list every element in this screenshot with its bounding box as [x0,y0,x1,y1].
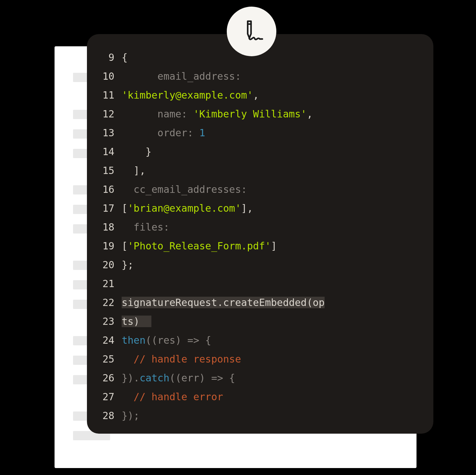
line-content: ['Photo_Release_Form.pdf'] [122,237,433,255]
code-line: 11'kimberly@example.com', [87,86,433,105]
line-number: 9 [87,48,122,67]
line-content: signatureRequest.createEmbedded(op [122,293,433,312]
code-line: 21 [87,274,433,293]
code-line: 12 name: 'Kimberly Williams', [87,105,433,123]
code-line: 27 // handle error [87,387,433,406]
line-content: }).catch((err) => { [122,368,433,387]
line-number: 14 [87,142,122,161]
line-number: 16 [87,180,122,199]
code-token: cc_email_addresses: [122,184,247,195]
line-number: 28 [87,406,122,425]
line-number: 11 [87,86,122,105]
line-content: then((res) => { [122,331,433,350]
line-content: } [122,142,433,161]
code-panel: 9{10 email_address: 11'kimberly@example.… [87,34,433,434]
code-line: 28}); [87,406,433,425]
line-content: ts)). [122,312,433,331]
line-content: cc_email_addresses: [122,180,433,199]
line-content: }); [122,406,433,425]
code-token: catch [139,372,169,384]
code-token [122,278,128,289]
code-line: 20}; [87,255,433,274]
code-token: then [122,334,145,346]
line-content: ['brian@example.com'], [122,199,433,218]
line-content: // handle response [122,350,433,368]
code-line: 16 cc_email_addresses: [87,180,433,199]
code-line: 18 files: [87,218,433,237]
line-number: 20 [87,255,122,274]
code-token: ). [139,316,151,327]
code-area: 9{10 email_address: 11'kimberly@example.… [87,48,433,425]
code-line: 19['Photo_Release_Form.pdf'] [87,237,433,255]
line-number: 27 [87,387,122,406]
code-line: 22signatureRequest.createEmbedded(op [87,293,433,312]
code-line: 25 // handle response [87,350,433,368]
code-line: 10 email_address: [87,67,433,86]
code-token: ], [241,202,253,214]
line-number: 26 [87,368,122,387]
code-token: 'Kimberly Williams' [193,108,307,120]
sign-badge [227,7,276,56]
line-number: 23 [87,312,122,331]
line-number: 24 [87,331,122,350]
line-number: 13 [87,123,122,142]
code-token: [ [122,240,128,252]
code-line: 26}).catch((err) => { [87,368,433,387]
line-content: order: 1 [122,123,433,142]
code-line: 13 order: 1 [87,123,433,142]
code-token: // handle error [122,391,223,403]
code-token: , [307,108,313,120]
code-line: 23ts)). [87,312,433,331]
code-token: ts) [122,316,139,327]
code-line: 24then((res) => { [87,331,433,350]
code-token: order: [122,127,199,139]
line-content: files: [122,218,433,237]
code-token: }). [122,372,139,384]
line-number: 12 [87,105,122,123]
code-token: 1 [199,127,205,139]
line-number: 15 [87,161,122,180]
code-line: 14 } [87,142,433,161]
code-token: email_address: [122,70,247,82]
line-content: { [122,48,433,67]
code-line: 17['brian@example.com'], [87,199,433,218]
line-number: 10 [87,67,122,86]
line-number: 18 [87,218,122,237]
line-number: 19 [87,237,122,255]
code-token: name: [122,108,193,120]
code-token: { [122,52,128,63]
code-token: 'kimberly@example.com' [122,89,253,101]
code-line: 15 ], [87,161,433,180]
line-number: 25 [87,350,122,368]
line-content: name: 'Kimberly Williams', [122,105,433,123]
code-token: ], [122,165,145,176]
code-token: ((res) => { [145,334,211,346]
sign-icon [239,18,264,45]
code-token: }); [122,410,139,421]
code-token: signatureRequest.createEmbedded(op [122,297,325,308]
code-token: , [253,89,259,101]
line-content: 'kimberly@example.com', [122,86,433,105]
code-token: // handle response [122,353,241,365]
line-content: ], [122,161,433,180]
line-number: 17 [87,199,122,218]
line-number: 21 [87,274,122,293]
line-content: email_address: [122,67,433,86]
line-content: }; [122,255,433,274]
line-number: 22 [87,293,122,312]
code-token: ((err) => { [170,372,235,384]
line-content [122,274,433,293]
code-token: files: [122,221,170,233]
code-token: } [122,146,151,157]
code-token: 'brian@example.com' [128,202,241,214]
line-content: // handle error [122,387,433,406]
code-token: ] [271,240,277,252]
code-token: }; [122,259,134,271]
code-token: 'Photo_Release_Form.pdf' [128,240,271,252]
code-token: [ [122,202,128,214]
